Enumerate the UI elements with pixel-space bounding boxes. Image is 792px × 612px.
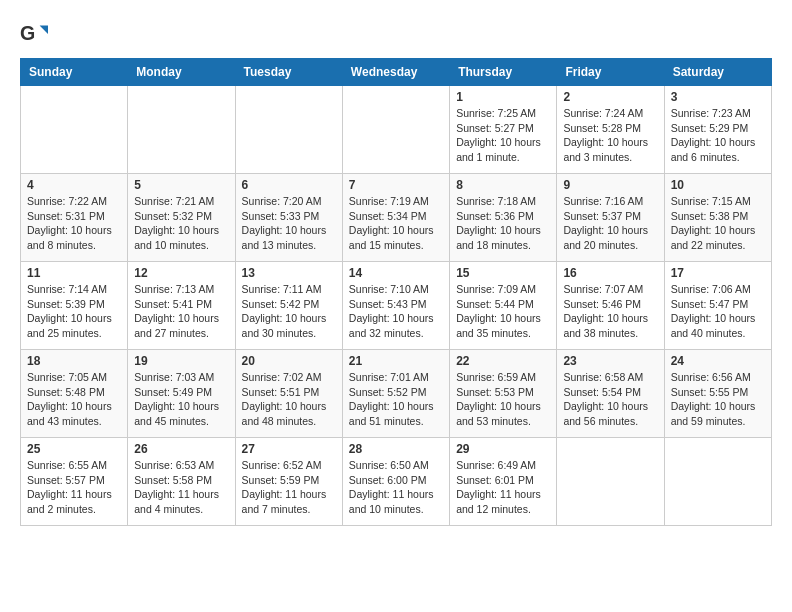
day-number: 12 (134, 266, 228, 280)
day-header-monday: Monday (128, 59, 235, 86)
day-number: 11 (27, 266, 121, 280)
calendar-cell: 10Sunrise: 7:15 AM Sunset: 5:38 PM Dayli… (664, 174, 771, 262)
day-info: Sunrise: 7:03 AM Sunset: 5:49 PM Dayligh… (134, 370, 228, 429)
day-number: 25 (27, 442, 121, 456)
calendar-cell: 22Sunrise: 6:59 AM Sunset: 5:53 PM Dayli… (450, 350, 557, 438)
day-number: 10 (671, 178, 765, 192)
day-number: 14 (349, 266, 443, 280)
logo-icon: G (20, 20, 48, 48)
calendar-cell: 12Sunrise: 7:13 AM Sunset: 5:41 PM Dayli… (128, 262, 235, 350)
day-info: Sunrise: 6:50 AM Sunset: 6:00 PM Dayligh… (349, 458, 443, 517)
calendar-cell: 17Sunrise: 7:06 AM Sunset: 5:47 PM Dayli… (664, 262, 771, 350)
day-info: Sunrise: 7:11 AM Sunset: 5:42 PM Dayligh… (242, 282, 336, 341)
calendar-cell: 18Sunrise: 7:05 AM Sunset: 5:48 PM Dayli… (21, 350, 128, 438)
page-header: G (20, 20, 772, 48)
day-number: 16 (563, 266, 657, 280)
day-info: Sunrise: 7:01 AM Sunset: 5:52 PM Dayligh… (349, 370, 443, 429)
calendar-week-row: 1Sunrise: 7:25 AM Sunset: 5:27 PM Daylig… (21, 86, 772, 174)
svg-text:G: G (20, 22, 35, 44)
day-number: 2 (563, 90, 657, 104)
day-header-tuesday: Tuesday (235, 59, 342, 86)
day-info: Sunrise: 7:22 AM Sunset: 5:31 PM Dayligh… (27, 194, 121, 253)
day-info: Sunrise: 6:59 AM Sunset: 5:53 PM Dayligh… (456, 370, 550, 429)
calendar-cell: 21Sunrise: 7:01 AM Sunset: 5:52 PM Dayli… (342, 350, 449, 438)
day-number: 26 (134, 442, 228, 456)
calendar-cell: 1Sunrise: 7:25 AM Sunset: 5:27 PM Daylig… (450, 86, 557, 174)
calendar-cell (128, 86, 235, 174)
day-info: Sunrise: 7:18 AM Sunset: 5:36 PM Dayligh… (456, 194, 550, 253)
calendar-cell: 8Sunrise: 7:18 AM Sunset: 5:36 PM Daylig… (450, 174, 557, 262)
day-info: Sunrise: 7:19 AM Sunset: 5:34 PM Dayligh… (349, 194, 443, 253)
day-info: Sunrise: 7:16 AM Sunset: 5:37 PM Dayligh… (563, 194, 657, 253)
day-number: 28 (349, 442, 443, 456)
day-number: 29 (456, 442, 550, 456)
calendar-week-row: 4Sunrise: 7:22 AM Sunset: 5:31 PM Daylig… (21, 174, 772, 262)
day-number: 20 (242, 354, 336, 368)
calendar-cell: 9Sunrise: 7:16 AM Sunset: 5:37 PM Daylig… (557, 174, 664, 262)
calendar-cell: 24Sunrise: 6:56 AM Sunset: 5:55 PM Dayli… (664, 350, 771, 438)
calendar-cell: 15Sunrise: 7:09 AM Sunset: 5:44 PM Dayli… (450, 262, 557, 350)
day-number: 7 (349, 178, 443, 192)
calendar-cell: 23Sunrise: 6:58 AM Sunset: 5:54 PM Dayli… (557, 350, 664, 438)
day-number: 6 (242, 178, 336, 192)
day-number: 17 (671, 266, 765, 280)
day-info: Sunrise: 7:15 AM Sunset: 5:38 PM Dayligh… (671, 194, 765, 253)
day-number: 3 (671, 90, 765, 104)
day-number: 18 (27, 354, 121, 368)
day-info: Sunrise: 6:55 AM Sunset: 5:57 PM Dayligh… (27, 458, 121, 517)
day-info: Sunrise: 7:25 AM Sunset: 5:27 PM Dayligh… (456, 106, 550, 165)
day-info: Sunrise: 7:13 AM Sunset: 5:41 PM Dayligh… (134, 282, 228, 341)
calendar-cell: 20Sunrise: 7:02 AM Sunset: 5:51 PM Dayli… (235, 350, 342, 438)
day-number: 27 (242, 442, 336, 456)
calendar-cell: 6Sunrise: 7:20 AM Sunset: 5:33 PM Daylig… (235, 174, 342, 262)
day-info: Sunrise: 7:20 AM Sunset: 5:33 PM Dayligh… (242, 194, 336, 253)
calendar-cell (235, 86, 342, 174)
day-info: Sunrise: 7:23 AM Sunset: 5:29 PM Dayligh… (671, 106, 765, 165)
calendar-cell: 14Sunrise: 7:10 AM Sunset: 5:43 PM Dayli… (342, 262, 449, 350)
day-header-thursday: Thursday (450, 59, 557, 86)
day-number: 19 (134, 354, 228, 368)
day-info: Sunrise: 6:58 AM Sunset: 5:54 PM Dayligh… (563, 370, 657, 429)
logo: G (20, 20, 52, 48)
day-info: Sunrise: 7:05 AM Sunset: 5:48 PM Dayligh… (27, 370, 121, 429)
calendar-cell: 5Sunrise: 7:21 AM Sunset: 5:32 PM Daylig… (128, 174, 235, 262)
day-number: 8 (456, 178, 550, 192)
day-info: Sunrise: 7:09 AM Sunset: 5:44 PM Dayligh… (456, 282, 550, 341)
day-info: Sunrise: 7:14 AM Sunset: 5:39 PM Dayligh… (27, 282, 121, 341)
day-header-friday: Friday (557, 59, 664, 86)
calendar-cell: 16Sunrise: 7:07 AM Sunset: 5:46 PM Dayli… (557, 262, 664, 350)
day-info: Sunrise: 6:56 AM Sunset: 5:55 PM Dayligh… (671, 370, 765, 429)
day-info: Sunrise: 7:07 AM Sunset: 5:46 PM Dayligh… (563, 282, 657, 341)
day-info: Sunrise: 7:10 AM Sunset: 5:43 PM Dayligh… (349, 282, 443, 341)
day-number: 15 (456, 266, 550, 280)
day-number: 9 (563, 178, 657, 192)
calendar-table: SundayMondayTuesdayWednesdayThursdayFrid… (20, 58, 772, 526)
calendar-cell: 26Sunrise: 6:53 AM Sunset: 5:58 PM Dayli… (128, 438, 235, 526)
day-info: Sunrise: 7:06 AM Sunset: 5:47 PM Dayligh… (671, 282, 765, 341)
calendar-cell: 11Sunrise: 7:14 AM Sunset: 5:39 PM Dayli… (21, 262, 128, 350)
day-header-wednesday: Wednesday (342, 59, 449, 86)
svg-marker-1 (40, 26, 48, 34)
calendar-cell: 4Sunrise: 7:22 AM Sunset: 5:31 PM Daylig… (21, 174, 128, 262)
day-info: Sunrise: 6:49 AM Sunset: 6:01 PM Dayligh… (456, 458, 550, 517)
day-header-saturday: Saturday (664, 59, 771, 86)
calendar-cell: 7Sunrise: 7:19 AM Sunset: 5:34 PM Daylig… (342, 174, 449, 262)
calendar-week-row: 11Sunrise: 7:14 AM Sunset: 5:39 PM Dayli… (21, 262, 772, 350)
calendar-week-row: 25Sunrise: 6:55 AM Sunset: 5:57 PM Dayli… (21, 438, 772, 526)
calendar-cell: 19Sunrise: 7:03 AM Sunset: 5:49 PM Dayli… (128, 350, 235, 438)
calendar-cell: 27Sunrise: 6:52 AM Sunset: 5:59 PM Dayli… (235, 438, 342, 526)
day-number: 23 (563, 354, 657, 368)
day-info: Sunrise: 7:24 AM Sunset: 5:28 PM Dayligh… (563, 106, 657, 165)
day-info: Sunrise: 6:52 AM Sunset: 5:59 PM Dayligh… (242, 458, 336, 517)
calendar-cell: 3Sunrise: 7:23 AM Sunset: 5:29 PM Daylig… (664, 86, 771, 174)
calendar-cell: 29Sunrise: 6:49 AM Sunset: 6:01 PM Dayli… (450, 438, 557, 526)
day-number: 22 (456, 354, 550, 368)
calendar-cell (557, 438, 664, 526)
day-info: Sunrise: 7:02 AM Sunset: 5:51 PM Dayligh… (242, 370, 336, 429)
day-info: Sunrise: 7:21 AM Sunset: 5:32 PM Dayligh… (134, 194, 228, 253)
day-info: Sunrise: 6:53 AM Sunset: 5:58 PM Dayligh… (134, 458, 228, 517)
calendar-cell (664, 438, 771, 526)
calendar-cell: 13Sunrise: 7:11 AM Sunset: 5:42 PM Dayli… (235, 262, 342, 350)
day-number: 13 (242, 266, 336, 280)
day-number: 5 (134, 178, 228, 192)
